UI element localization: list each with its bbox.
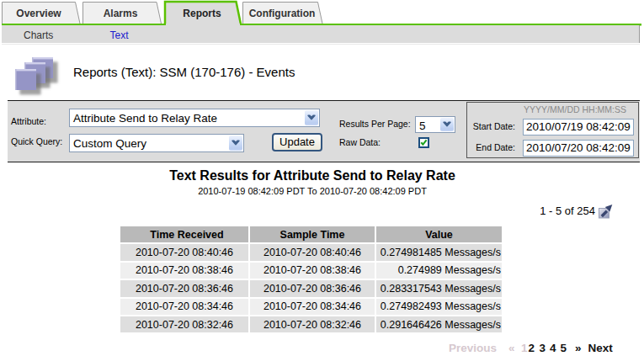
svg-text:Overview: Overview (16, 8, 61, 19)
svg-text:Configuration: Configuration (249, 8, 316, 19)
svg-text:Reports: Reports (183, 8, 221, 19)
svg-text:Alarms: Alarms (104, 8, 138, 19)
